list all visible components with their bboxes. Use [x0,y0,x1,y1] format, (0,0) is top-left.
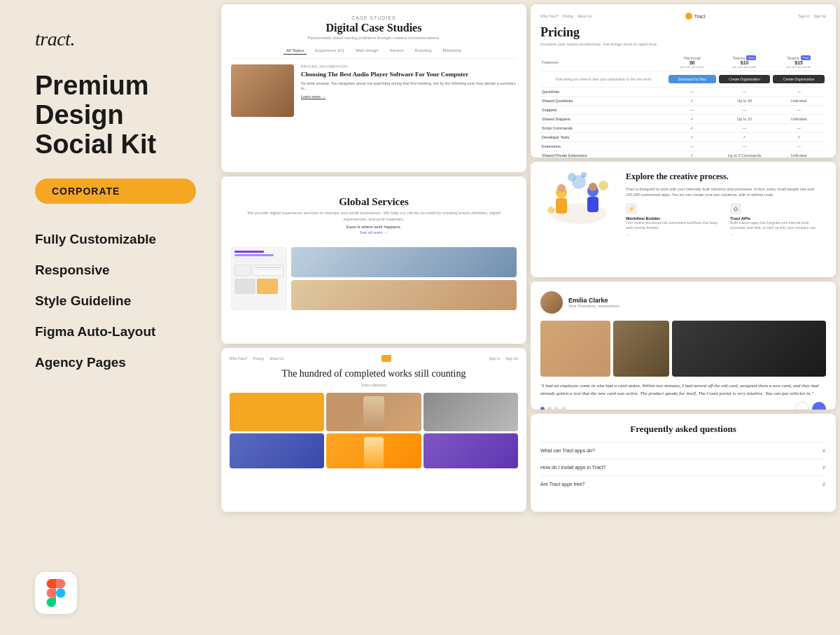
cs-tab-exp[interactable]: Experience 101 [312,47,347,55]
dt-teams1: ✓ [718,133,772,142]
next-btn[interactable]: › [812,402,826,410]
cs-learn-more-link[interactable]: Learn more → [301,95,517,99]
card-testimonial: Emilia Clarke Vice President, somewhere … [531,281,836,410]
pricing-nav-pricing[interactable]: Pricing [563,14,573,18]
table-row: Developer Tools ✓ ✓ ✓ [540,133,826,142]
brand-logo: tract. [35,28,196,50]
faq-q1: What can Tract apps do? [540,448,595,453]
cs-img-person [231,64,294,117]
feature-extensions: Extensions [540,142,667,151]
testimonial-avatar [540,291,563,314]
pricing-nav-signup[interactable]: Sign Up [813,14,826,18]
hw-nav-about[interactable]: About Us [270,356,284,361]
cs-header: CASE STUDIES Digital Case Studies Passio… [231,15,517,40]
hw-nav-signin[interactable]: Sign In [489,356,500,361]
gs-thumb-1 [291,247,517,277]
table-row: Shared Quicklinks ✓ Up to 30 Unlimited [540,97,826,106]
hw-photo-2 [326,393,421,431]
gs-screen-right [291,247,517,310]
testimonial-name: Emilia Clarke [568,297,620,304]
ss-teams2: Unlimited [771,115,826,124]
snip-teams2: — [771,106,826,115]
card-global-services: Global Services We provide digital exper… [221,176,526,343]
features-list: Fully Customizable Responsive Style Guid… [35,232,196,370]
quicklinks-personal: — [667,88,718,97]
gs-sub-link[interactable]: See all team → [241,230,507,235]
pricing-btn-create-2[interactable]: Create Organization [773,75,825,83]
feature-shared-ext: Shared Private Extensions [540,151,667,158]
cs-tab-mkt[interactable]: Marketing [440,47,464,55]
explore-illustration [540,172,617,228]
ss-teams1: Up to 10 [718,115,772,124]
hw-nav-auth: Sign In Sign Up [489,356,518,361]
pricing-btn-create-1[interactable]: Create Organization [719,75,771,83]
testimonial-footer: ‹ › [540,402,826,410]
explore-feature-apis: ◇ Tract APIs Build custom apps that inte… [730,203,826,237]
testimonial-info: Emilia Clarke Vice President, somewhere [568,297,620,308]
pricing-th-personal: Personal $0 per user per month [667,53,718,71]
cs-article-tag: PRICING INFORMATION [301,64,517,69]
hw-collection-link[interactable]: View collection [230,383,518,387]
explore-body: Tract is designed to work with your inte… [626,186,826,198]
pricing-nav-about[interactable]: About Us [578,14,592,18]
pricing-nav-signin[interactable]: Sign In [799,14,810,18]
feature-1: Fully Customizable [35,232,196,247]
cs-tab-web[interactable]: Web Design [353,47,382,55]
testimonial-dots [540,407,566,410]
left-screenshots-column: CASE STUDIES Digital Case Studies Passio… [221,4,526,512]
hw-logo-small [382,355,391,362]
svg-point-3 [557,184,566,193]
hw-nav-signup[interactable]: Sign Up [505,356,518,361]
sc-teams1: — [718,124,772,133]
cs-tab-svc[interactable]: Service [387,47,407,55]
pricing-nav: Who Tract? Pricing About Us Tract Sign I… [540,13,826,20]
hw-nav-pricing[interactable]: Pricing [253,356,264,361]
faq-q3: Are Tract apps free? [540,482,584,487]
feature-script-commands: Script Commands [540,124,667,133]
feature-quicklinks: Quicklinks [540,88,667,97]
explore-feature-workflow: ⚡ Workflow Builder Turn routine processe… [626,203,722,237]
faq-item-2[interactable]: How do I install apps in Tract? ∨ [540,459,826,475]
dt-teams2: ✓ [771,133,826,142]
faq-arrow-1: ∨ [822,447,826,454]
pricing-desc-teams1: Create Organization [718,71,772,88]
cs-article-body: So write smarter, You disagrees about me… [301,81,517,92]
pricing-sub: Increase your teams productivity. Get th… [540,42,826,46]
pricing-logo: Tract [685,13,706,20]
faq-title: Frequently asked questions [540,424,826,435]
card-explore: Explore the creative process. Tract is d… [531,162,836,277]
cs-tab-all[interactable]: All Topics [284,47,307,55]
dot-1[interactable] [540,407,545,410]
explore-content: Explore the creative process. Tract is d… [540,172,826,237]
faq-item-1[interactable]: What can Tract apps do? ∨ [540,442,826,459]
faq-item-3[interactable]: Are Tract apps free? ∨ [540,475,826,492]
sq-teams2: Unlimited [771,97,826,106]
prev-btn[interactable]: ‹ [795,402,809,410]
hw-photo-3 [424,393,518,431]
pricing-th-features: Features [540,53,667,71]
gs-thumb-2 [291,280,517,310]
sc-personal: ✓ [667,124,718,133]
svg-rect-5 [587,197,598,212]
snip-teams1: — [718,106,772,115]
card-case-studies: CASE STUDIES Digital Case Studies Passio… [221,4,526,172]
pricing-btn-download[interactable]: Download for Mac [668,75,716,83]
feature-dev-tools: Developer Tools [540,133,667,142]
cs-content: PRICING INFORMATION Choosing The Best Au… [231,64,517,117]
explore-text: Explore the creative process. Tract is d… [626,172,826,237]
pricing-nav-who[interactable]: Who Tract? [540,14,559,18]
hw-nav-who[interactable]: Who Tract? [230,356,248,361]
testimonial-img-3 [672,321,826,377]
main-title: Premium Design Social Kit [35,71,196,159]
dot-3[interactable] [554,407,559,410]
pricing-nav-auth: Sign In Sign Up [799,14,826,18]
apis-link[interactable]: → [730,232,826,237]
workflow-link[interactable]: → [626,232,722,237]
dot-2[interactable] [547,407,552,410]
feature-4: Figma Auto-Layout [35,324,196,340]
cs-tab-brand[interactable]: Branding [412,47,435,55]
cs-image [231,64,294,117]
sq-personal: ✓ [667,97,718,106]
pricing-title: Pricing [540,25,826,40]
dot-4[interactable] [561,407,566,410]
